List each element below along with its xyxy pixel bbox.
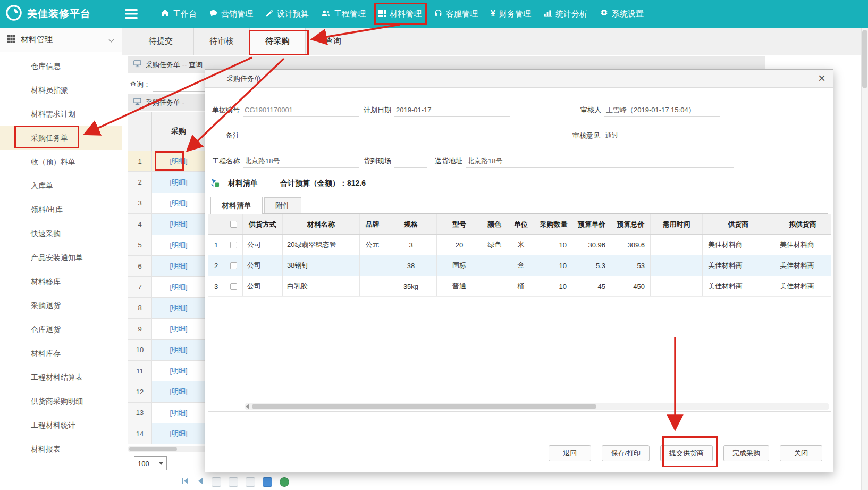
detail-link[interactable]: [明细] <box>170 366 187 376</box>
cell-unit-price: 5.3 <box>572 255 611 276</box>
prev-page-icon[interactable] <box>197 477 204 487</box>
pager-refresh-icon[interactable] <box>280 477 289 487</box>
row-checkbox[interactable] <box>230 283 237 290</box>
scrollbar-thumb[interactable] <box>862 30 867 88</box>
detail-link[interactable]: [明细] <box>170 345 187 355</box>
close-button[interactable]: 关闭 <box>780 445 822 461</box>
column-header: 品牌 <box>360 214 385 234</box>
sidebar-item[interactable]: 仓库退货 <box>0 318 122 342</box>
sidebar-item[interactable]: 材料报表 <box>0 437 122 461</box>
scroll-left-icon[interactable] <box>246 404 249 409</box>
to-site-input[interactable] <box>394 167 427 168</box>
row-checkbox[interactable] <box>230 262 237 269</box>
sidebar-item-label: 材料需求计划 <box>31 110 75 119</box>
menu-toggle-icon[interactable] <box>125 9 139 19</box>
sidebar-item[interactable]: 采购退货 <box>0 294 122 318</box>
detail-link[interactable]: [明细] <box>170 261 187 271</box>
home-icon <box>161 10 169 19</box>
tab[interactable]: 待提交 <box>128 28 194 55</box>
close-icon[interactable]: × <box>818 71 825 85</box>
finish-purchase-button[interactable]: 完成采购 <box>723 445 769 461</box>
select-all-checkbox[interactable] <box>230 221 237 228</box>
detail-link[interactable]: [明细] <box>170 219 187 229</box>
material-row[interactable]: 3 公司 白乳胶 35kg 普通 桶 10 45 450 美佳材料商 美佳材料商 <box>208 276 831 297</box>
column-header: 单位 <box>507 214 535 234</box>
page-size-select[interactable]: 100 <box>134 456 167 470</box>
submit-supplier-button[interactable]: 提交供货商 <box>660 445 713 461</box>
detail-link[interactable]: [明细] <box>170 156 187 166</box>
nav-item-service[interactable]: 客服管理 <box>428 0 484 28</box>
auditor-input[interactable]: 王雪峰（2019-01-17 15:04） <box>604 104 720 117</box>
tab[interactable]: 查询 <box>306 28 361 55</box>
sidebar-item[interactable]: 供货商采购明细 <box>0 389 122 413</box>
pager-icon[interactable] <box>263 477 272 487</box>
sidebar-header[interactable]: 材料管理 <box>0 28 122 52</box>
detail-link[interactable]: [明细] <box>170 178 187 187</box>
horizontal-scrollbar[interactable] <box>245 403 829 410</box>
sidebar-item[interactable]: 收（预）料单 <box>0 150 122 174</box>
sidebar-item-label: 工程材料结算表 <box>31 373 83 383</box>
detail-cell: [明细] <box>152 381 205 402</box>
nav-item-statistics[interactable]: 统计分析 <box>537 0 594 28</box>
audit-opinion-input[interactable]: 通过 <box>603 130 707 142</box>
detail-link[interactable]: [明细] <box>170 429 187 438</box>
nav-item-materials[interactable]: 材料管理 <box>372 0 428 28</box>
pager-icon[interactable] <box>246 477 255 487</box>
nav-item-project[interactable]: 工程管理 <box>315 0 372 28</box>
sidebar-item[interactable]: 快速采购 <box>0 222 122 246</box>
pager-icon[interactable] <box>212 477 221 487</box>
detail-link[interactable]: [明细] <box>170 303 187 313</box>
save-print-button[interactable]: 保存/打印 <box>602 445 650 461</box>
row-number: 9 <box>128 319 152 339</box>
sidebar-item[interactable]: 材料需求计划 <box>0 102 122 126</box>
scrollbar-thumb[interactable] <box>252 404 596 409</box>
detail-link[interactable]: [明细] <box>170 240 187 250</box>
tab[interactable]: 待采购 <box>250 28 306 55</box>
scrollbar-thumb[interactable] <box>129 447 177 451</box>
cell-supply-method: 公司 <box>243 235 283 255</box>
material-row[interactable]: 2 公司 38钢钉 38 国标 盒 10 5.3 53 美佳材料商 美佳材料商 <box>208 255 831 276</box>
delivery-address-input[interactable]: 北京路18号 <box>466 155 734 168</box>
detail-cell: [明细] <box>152 193 205 213</box>
sidebar-item[interactable]: 材料移库 <box>0 270 122 294</box>
tab[interactable]: 待审核 <box>194 28 250 55</box>
chevron-down-icon[interactable] <box>108 35 114 44</box>
sidebar-item[interactable]: 材料员指派 <box>0 78 122 102</box>
detail-link[interactable]: [明细] <box>170 283 187 292</box>
row-checkbox[interactable] <box>230 242 237 248</box>
sidebar-item[interactable]: 采购任务单 <box>0 126 122 150</box>
detail-link[interactable]: [明细] <box>170 408 187 418</box>
first-page-icon[interactable] <box>181 477 189 487</box>
cell-proposed-supplier: 美佳材料商 <box>774 276 831 296</box>
return-button[interactable]: 退回 <box>549 445 591 461</box>
nav-item-design-budget[interactable]: 设计预算 <box>259 0 315 28</box>
detail-cell: [明细] <box>152 172 205 192</box>
field-label: 审核意见 <box>570 129 600 142</box>
page-scrollbar[interactable] <box>861 28 868 490</box>
plan-date-input[interactable]: 2019-01-17 <box>394 104 510 117</box>
remark-input[interactable] <box>243 142 511 142</box>
sidebar-item[interactable]: 仓库信息 <box>0 54 122 78</box>
sidebar-item[interactable]: 入库单 <box>0 174 122 198</box>
nav-item-workbench[interactable]: 工作台 <box>155 0 203 28</box>
detail-link[interactable]: [明细] <box>170 198 187 208</box>
sidebar-item[interactable]: 材料库存 <box>0 342 122 366</box>
sidebar-item[interactable]: 产品安装通知单 <box>0 246 122 270</box>
nav-item-settings[interactable]: 系统设置 <box>594 0 650 28</box>
detail-link[interactable]: [明细] <box>170 387 187 396</box>
sidebar-item[interactable]: 工程材料统计 <box>0 413 122 437</box>
nav-item-finance[interactable]: 财务管理 <box>484 0 537 28</box>
detail-link[interactable]: [明细] <box>170 324 187 334</box>
modal-tab[interactable]: 材料清单 <box>210 197 263 214</box>
material-row[interactable]: 1 公司 20绿翡翠稳态管 公元 3 20 绿色 米 10 30.96 309.… <box>208 235 831 255</box>
pager-icon[interactable] <box>229 477 238 487</box>
modal-tab[interactable]: 附件 <box>264 197 301 213</box>
nav-label: 工程管理 <box>334 9 366 19</box>
cell-total-price: 53 <box>611 255 651 276</box>
sidebar-item[interactable]: 工程材料结算表 <box>0 366 122 389</box>
nav-item-marketing[interactable]: 营销管理 <box>203 0 259 28</box>
bg-horizontal-scrollbar[interactable] <box>128 446 207 452</box>
sidebar-item[interactable]: 领料/出库 <box>0 198 122 222</box>
bill-no-input[interactable]: CG1901170001 <box>243 104 359 117</box>
project-name-input[interactable]: 北京路18号 <box>243 155 359 168</box>
